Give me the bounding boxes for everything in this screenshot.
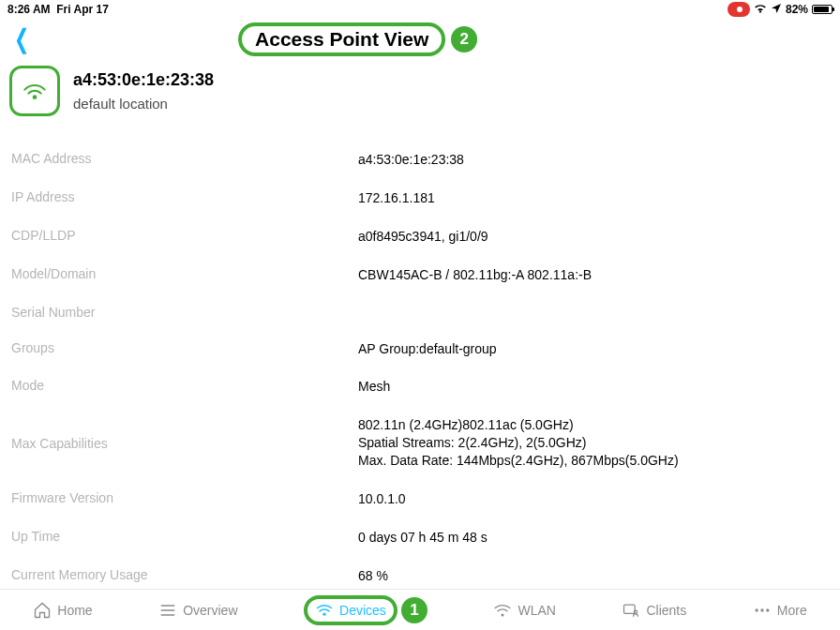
value-mac: a4:53:0e:1e:23:38 [358, 151, 464, 169]
value-uptime: 0 days 07 h 45 m 48 s [358, 529, 488, 547]
value-groups: AP Group:default-group [358, 340, 497, 358]
value-model: CBW145AC-B / 802.11bg:-A 802.11a:-B [358, 266, 592, 284]
svg-point-7 [766, 608, 769, 611]
clients-icon [622, 601, 640, 620]
tab-overview-label: Overview [183, 603, 237, 618]
label-mode: Mode [11, 378, 358, 393]
label-serial: Serial Number [11, 305, 358, 320]
annotation-badge-1: 1 [401, 597, 428, 623]
overview-icon [158, 601, 177, 620]
tab-devices[interactable]: Devices [315, 601, 386, 620]
row-model: Model/DomainCBW145AC-B / 802.11bg:-A 802… [11, 256, 829, 294]
title-highlight-ring: Access Point View [238, 22, 445, 56]
svg-point-0 [33, 95, 38, 99]
label-firmware: Firmware Version [11, 490, 358, 505]
device-header-text: a4:53:0e:1e:23:38 default location [73, 70, 214, 112]
device-name: a4:53:0e:1e:23:38 [73, 70, 214, 90]
row-firmware: Firmware Version10.0.1.0 [11, 480, 829, 518]
value-ip: 172.16.1.181 [358, 189, 435, 207]
tab-wlan[interactable]: WLAN [493, 601, 555, 620]
row-mac: MAC Addressa4:53:0e:1e:23:38 [11, 141, 829, 179]
location-icon [771, 3, 782, 16]
tab-home[interactable]: Home [33, 601, 92, 620]
home-icon [33, 601, 52, 620]
tab-devices-label: Devices [339, 603, 386, 618]
device-location: default location [73, 96, 214, 112]
svg-point-6 [760, 608, 763, 611]
tab-home-label: Home [57, 603, 92, 618]
label-groups: Groups [11, 340, 358, 355]
tab-more[interactable]: More [753, 601, 807, 620]
row-uptime: Up Time0 days 07 h 45 m 48 s [11, 518, 829, 557]
tab-devices-wrap: Devices 1 [304, 595, 428, 625]
label-cdp: CDP/LLDP [11, 228, 358, 243]
tab-more-label: More [777, 603, 807, 618]
battery-icon [812, 5, 832, 14]
tab-overview[interactable]: Overview [158, 601, 237, 620]
access-point-icon [9, 66, 60, 116]
page-title-wrap: Access Point View 2 [238, 22, 477, 56]
svg-point-1 [322, 612, 325, 615]
row-cdp: CDP/LLDPa0f8495c3941, gi1/0/9 [11, 218, 829, 256]
row-mode: ModeMesh [11, 368, 829, 406]
svg-point-4 [635, 610, 638, 613]
svg-rect-3 [624, 605, 636, 613]
row-maxcap: Max Capabilities802.11n (2.4GHz)802.11ac… [11, 406, 829, 480]
tab-wlan-label: WLAN [518, 603, 555, 618]
value-cdp: a0f8495c3941, gi1/0/9 [358, 228, 488, 246]
tab-bar: Home Overview Devices 1 [0, 589, 840, 630]
value-mode: Mesh [358, 378, 390, 396]
label-mac: MAC Address [11, 151, 358, 166]
annotation-badge-2: 2 [451, 26, 477, 52]
status-right: 82% [728, 2, 832, 17]
wlan-icon [493, 601, 512, 620]
device-header: a4:53:0e:1e:23:38 default location [9, 66, 214, 116]
label-ip: IP Address [11, 189, 358, 204]
tab-devices-highlight-ring: Devices [304, 595, 398, 625]
label-model: Model/Domain [11, 266, 358, 281]
row-ip: IP Address172.16.1.181 [11, 179, 829, 218]
row-curmem: Current Memory Usage68 % [11, 557, 829, 585]
label-maxcap: Max Capabilities [11, 436, 358, 451]
svg-point-2 [502, 613, 504, 616]
row-serial: Serial Number [11, 294, 829, 330]
label-uptime: Up Time [11, 529, 358, 544]
devices-icon [315, 601, 334, 620]
more-icon [753, 601, 772, 620]
status-time: 8:26 AM [8, 3, 51, 16]
row-groups: GroupsAP Group:default-group [11, 330, 829, 368]
tab-clients[interactable]: Clients [622, 601, 686, 620]
value-curmem: 68 % [358, 567, 388, 585]
value-maxcap: 802.11n (2.4GHz)802.11ac (5.0GHz) Spatia… [358, 416, 679, 470]
details-list: MAC Addressa4:53:0e:1e:23:38 IP Address1… [11, 141, 829, 585]
tab-clients-label: Clients [646, 603, 686, 618]
page-title: Access Point View [255, 28, 428, 50]
label-curmem: Current Memory Usage [11, 567, 358, 582]
status-date: Fri Apr 17 [56, 3, 109, 16]
value-firmware: 10.0.1.0 [358, 490, 406, 508]
svg-point-5 [755, 608, 758, 611]
status-left: 8:26 AM Fri Apr 17 [8, 3, 109, 16]
back-button[interactable]: ❮ [14, 26, 29, 52]
status-bar: 8:26 AM Fri Apr 17 82% [0, 0, 840, 19]
record-indicator [728, 2, 750, 17]
battery-percent: 82% [786, 3, 808, 16]
wifi-icon [754, 3, 767, 16]
